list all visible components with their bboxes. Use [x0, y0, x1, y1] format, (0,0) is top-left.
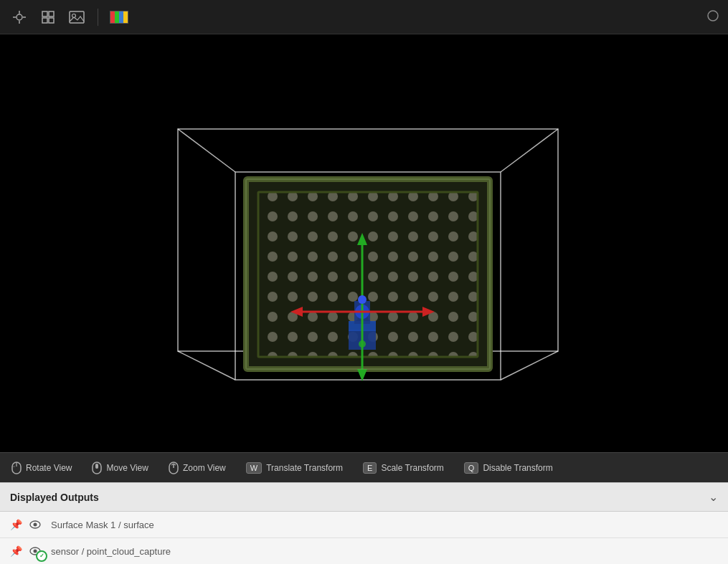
chevron-down-icon: ⌄ — [709, 490, 718, 504]
disable-transform-control: Q Disable Transform — [464, 462, 553, 474]
scale-transform-label: Scale Transform — [381, 463, 443, 473]
outputs-panel: Displayed Outputs ⌄ 📌 Surface Mask 1 / s… — [0, 482, 728, 564]
eye-container-1: ✓ — [28, 544, 42, 558]
q-key-badge: Q — [464, 462, 479, 474]
svg-point-36 — [359, 340, 366, 348]
left-mouse-icon — [11, 462, 22, 474]
svg-rect-5 — [42, 11, 47, 16]
check-mark: ✓ — [39, 553, 44, 559]
move-view-label: Move View — [106, 463, 148, 473]
check-circle-badge: ✓ — [36, 550, 47, 562]
transform-icon[interactable] — [9, 6, 30, 28]
eye-container-0 — [28, 517, 42, 532]
svg-point-0 — [16, 14, 22, 20]
outputs-header[interactable]: Displayed Outputs ⌄ — [0, 483, 728, 512]
outputs-title: Displayed Outputs — [10, 492, 99, 503]
svg-rect-9 — [70, 11, 84, 23]
separator — [98, 9, 98, 26]
image-icon[interactable] — [66, 6, 88, 28]
output-label-1: sensor / point_cloud_capture — [51, 546, 171, 557]
translate-transform-control: W Translate Transform — [246, 462, 343, 474]
output-item-1: 📌 ✓ sensor / point_cloud_capture — [0, 538, 728, 564]
pin-icon-1[interactable]: 📌 — [10, 545, 22, 557]
svg-point-48 — [34, 523, 37, 527]
controls-bar: Rotate View Move View Zoom View W Transl… — [0, 452, 728, 482]
svg-rect-42 — [95, 464, 98, 469]
svg-line-15 — [501, 351, 558, 380]
rotate-view-control: Rotate View — [11, 462, 72, 474]
svg-rect-7 — [42, 18, 47, 23]
eye-icon-0 — [29, 520, 41, 529]
svg-rect-8 — [49, 18, 54, 23]
scene: // We'll do this with SVG circles in a p… — [0, 34, 728, 452]
e-key-badge: E — [363, 462, 377, 474]
output-item-0: 📌 Surface Mask 1 / surface — [0, 512, 728, 538]
scroll-mouse-icon — [169, 462, 179, 474]
color-bars — [110, 11, 128, 24]
outputs-list: 📌 Surface Mask 1 / surface 📌 — [0, 512, 728, 564]
layout-icon[interactable] — [37, 6, 59, 28]
toolbar — [0, 0, 728, 34]
svg-line-14 — [501, 129, 558, 172]
output-label-0: Surface Mask 1 / surface — [51, 520, 154, 530]
color-icon[interactable] — [108, 6, 130, 28]
svg-line-16 — [178, 351, 235, 380]
translate-transform-label: Translate Transform — [266, 463, 343, 473]
toolbar-right-icon — [706, 9, 719, 24]
svg-point-35 — [358, 295, 367, 304]
move-view-control: Move View — [92, 462, 148, 474]
scene-svg: // We'll do this with SVG circles in a p… — [142, 86, 587, 401]
disable-transform-label: Disable Transform — [483, 463, 552, 473]
rotate-view-label: Rotate View — [26, 463, 72, 473]
zoom-view-label: Zoom View — [183, 463, 226, 473]
viewport[interactable]: // We'll do this with SVG circles in a p… — [0, 34, 728, 452]
svg-point-11 — [708, 11, 718, 21]
pin-icon-0[interactable]: 📌 — [10, 519, 22, 530]
scale-transform-control: E Scale Transform — [363, 462, 444, 474]
eye-button-0[interactable] — [28, 517, 42, 532]
middle-mouse-icon — [92, 462, 102, 474]
w-key-badge: W — [246, 462, 262, 474]
svg-rect-6 — [49, 11, 54, 16]
zoom-view-control: Zoom View — [169, 462, 226, 474]
svg-line-13 — [178, 129, 235, 172]
